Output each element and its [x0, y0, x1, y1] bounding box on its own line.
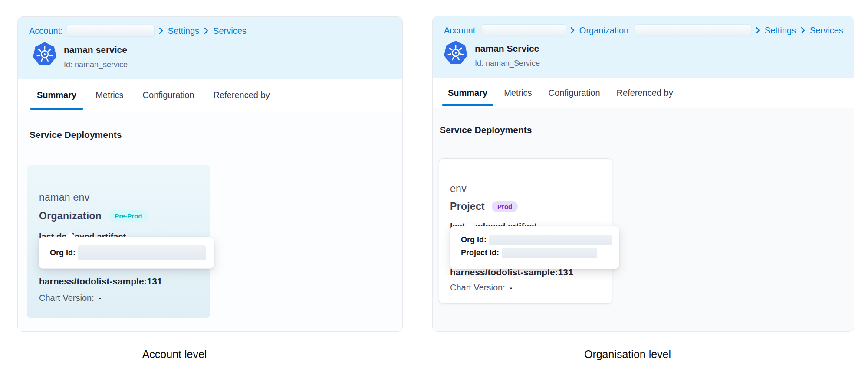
breadcrumb-settings-link[interactable]: Settings	[168, 26, 199, 36]
tab-metrics[interactable]: Metrics	[498, 78, 537, 108]
tab-configuration[interactable]: Configuration	[543, 78, 606, 108]
kubernetes-icon	[444, 41, 468, 65]
chevron-right-icon	[800, 26, 806, 34]
screenshot-canvas: Account: Settings Services	[0, 0, 868, 375]
tooltip-project-row: Project Id:	[461, 248, 619, 258]
section-title-service-deployments: Service Deployments	[30, 130, 122, 140]
env-scope-row: Organization Pre-Prod	[39, 210, 148, 222]
kubernetes-icon	[33, 42, 57, 66]
breadcrumb: Account: Organization: Settings Services	[444, 23, 843, 37]
caption-account-level: Account level	[142, 348, 207, 361]
env-type-badge: Pre-Prod	[108, 210, 148, 222]
chevron-right-icon	[570, 26, 575, 34]
service-name: naman Service	[475, 43, 540, 54]
chart-version-label: Chart Version:	[39, 293, 94, 303]
breadcrumb-account-link[interactable]: Account:	[29, 26, 63, 36]
tooltip-org-row: Org Id:	[461, 235, 619, 245]
breadcrumb-settings-link[interactable]: Settings	[765, 26, 796, 36]
breadcrumb-services-link[interactable]: Services	[213, 26, 247, 36]
account-level-panel: Account: Settings Services	[17, 16, 403, 332]
redacted-project-id	[502, 248, 597, 258]
env-type-badge: Prod	[492, 201, 518, 212]
chart-version-line: Chart Version:-	[39, 293, 101, 303]
tab-bar: Summary Metrics Configuration Referenced…	[18, 79, 402, 111]
tab-summary[interactable]: Summary	[442, 78, 493, 108]
redacted-org-id	[78, 245, 206, 260]
chevron-right-icon	[755, 26, 760, 34]
tab-summary[interactable]: Summary	[30, 79, 83, 111]
env-scope-label: Project	[450, 201, 485, 212]
scope-id-tooltip: Org Id: Project Id:	[450, 226, 619, 269]
caption-organisation-level: Organisation level	[584, 348, 671, 361]
service-title-block: naman Service Id: naman_Service	[475, 41, 540, 68]
service-title-row: naman Service Id: naman_Service	[444, 41, 540, 68]
org-id-label: Org Id:	[461, 235, 487, 245]
tab-metrics[interactable]: Metrics	[89, 79, 130, 111]
chevron-right-icon	[158, 27, 164, 35]
env-name: naman env	[39, 192, 90, 203]
breadcrumb-organization-link[interactable]: Organization:	[579, 26, 631, 36]
env-name: env	[450, 183, 467, 195]
tab-referenced-by[interactable]: Referenced by	[611, 78, 679, 108]
env-scope-label: Organization	[39, 210, 102, 222]
service-title-block: naman service Id: naman_service	[64, 42, 128, 69]
scope-id-tooltip: Org Id:	[39, 237, 214, 269]
chevron-right-icon	[204, 27, 209, 35]
tab-referenced-by[interactable]: Referenced by	[207, 79, 277, 111]
section-title-service-deployments: Service Deployments	[440, 125, 532, 135]
project-id-label: Project Id:	[461, 248, 499, 258]
artifact-name: harness/todolist-sample:131	[39, 276, 162, 287]
tab-bar: Summary Metrics Configuration Referenced…	[433, 78, 854, 108]
service-name: naman service	[64, 45, 128, 55]
chart-version-label: Chart Version:	[450, 283, 505, 292]
organisation-level-panel: Account: Organization: Settings Services	[432, 16, 854, 332]
redacted-org-id	[489, 235, 612, 245]
chart-version-line: Chart Version:-	[450, 283, 512, 293]
org-id-label: Org Id:	[50, 248, 76, 258]
redacted-account-name	[67, 25, 154, 36]
tooltip-org-row: Org Id:	[50, 245, 206, 260]
service-id: Id: naman_Service	[475, 59, 540, 68]
redacted-organization-name	[635, 25, 751, 36]
redacted-account-name	[482, 25, 566, 36]
breadcrumb-account-link[interactable]: Account:	[444, 26, 478, 36]
chart-version-value: -	[99, 293, 102, 303]
breadcrumb: Account: Settings Services	[29, 24, 247, 38]
service-id: Id: naman_service	[64, 60, 128, 69]
chart-version-value: -	[510, 283, 513, 292]
breadcrumb-services-link[interactable]: Services	[810, 26, 843, 36]
env-scope-row: Project Prod	[450, 201, 518, 212]
service-title-row: naman service Id: naman_service	[33, 42, 128, 69]
tab-configuration[interactable]: Configuration	[136, 79, 201, 111]
